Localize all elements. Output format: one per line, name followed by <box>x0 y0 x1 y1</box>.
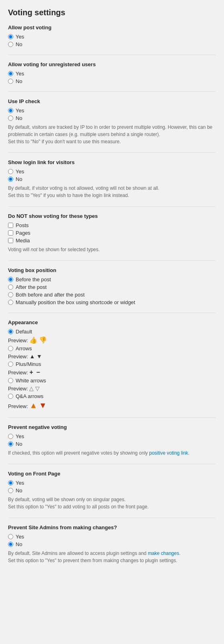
allow-post-voting-yes-label: Yes <box>16 34 24 40</box>
appearance-plus-minus-preview: Preview: + − <box>8 369 216 376</box>
voting-front-page-group: Yes No <box>8 480 216 494</box>
prevent-negative-desc-text2: . <box>188 450 190 456</box>
box-position-before[interactable]: Before the post <box>8 276 216 282</box>
prevent-negative-yes-label: Yes <box>16 433 24 439</box>
voting-front-page-description: By default, voting will be shown only on… <box>8 496 216 510</box>
do-not-show-section: Do NOT show voting for these types Posts… <box>8 213 216 253</box>
divider-2 <box>8 91 216 92</box>
show-login-link-label: Show login link for visitors <box>8 159 216 165</box>
prevent-site-admins-no[interactable]: No <box>8 541 216 547</box>
show-login-link-yes[interactable]: Yes <box>8 169 216 175</box>
voting-front-page-section: Voting on Front Page Yes No By default, … <box>8 471 216 510</box>
box-position-both[interactable]: Both before and after the post <box>8 292 216 298</box>
appearance-default[interactable]: Default <box>8 329 216 335</box>
prevent-site-admins-description: By default, Site Admins are allowed to a… <box>8 550 216 564</box>
ip-check-description: By default, visitors are tracked by IP t… <box>8 124 216 145</box>
appearance-default-label: Default <box>16 329 32 335</box>
ip-check-desc-text: By default, visitors are tracked by IP t… <box>8 124 212 137</box>
appearance-label: Appearance <box>8 319 216 325</box>
appearance-arrows[interactable]: Arrows <box>8 345 216 351</box>
divider-4 <box>8 206 216 207</box>
do-not-show-pages[interactable]: Pages <box>8 230 216 236</box>
not-text: not <box>31 247 38 252</box>
prevent-site-admins-desc-text: By default, Site Admins are allowed to a… <box>8 551 148 556</box>
be-shown-text: be shown for selected types. <box>37 247 99 252</box>
minus-icon: − <box>36 369 40 376</box>
prevent-site-admins-section: Prevent Site Admins from making changes?… <box>8 524 216 564</box>
prevent-negative-description: If checked, this option will prevent neg… <box>8 449 216 457</box>
allow-post-voting-no[interactable]: No <box>8 41 216 47</box>
allow-unregistered-no-label: No <box>16 78 22 84</box>
prevent-site-admins-yes[interactable]: Yes <box>8 534 216 540</box>
allow-post-voting-no-label: No <box>16 41 22 47</box>
allow-unregistered-no[interactable]: No <box>8 78 216 84</box>
ip-check-yes[interactable]: Yes <box>8 108 216 114</box>
allow-post-voting-label: Allow post voting <box>8 24 216 30</box>
box-position-manual[interactable]: Manually position the box using shortcod… <box>8 299 216 305</box>
box-position-after[interactable]: After the post <box>8 284 216 290</box>
voting-will-text: Voting will <box>8 247 31 252</box>
appearance-white-arrows-label: White arrows <box>16 378 46 384</box>
divider-5 <box>8 260 216 261</box>
prevent-negative-link: positive voting link <box>149 450 188 456</box>
appearance-plus-minus[interactable]: Plus/Minus <box>8 361 216 367</box>
do-not-show-media[interactable]: Media <box>8 238 216 244</box>
appearance-qa-arrows-label: Q&A arrows <box>16 393 43 399</box>
ip-check-no[interactable]: No <box>8 115 216 121</box>
preview-label-plus-minus: Preview: <box>8 370 29 376</box>
preview-label-qa-arrows: Preview: <box>8 403 29 409</box>
appearance-plus-minus-label: Plus/Minus <box>16 361 41 367</box>
appearance-arrows-label: Arrows <box>16 345 32 351</box>
appearance-white-arrows[interactable]: White arrows <box>8 378 216 384</box>
preview-label-arrows: Preview: <box>8 353 29 360</box>
voting-front-page-yes[interactable]: Yes <box>8 480 216 486</box>
appearance-qa-arrows-preview: Preview: ▲ ▼ <box>8 401 216 410</box>
do-not-show-posts-label: Posts <box>16 222 29 228</box>
prevent-site-admins-no-label: No <box>16 541 22 547</box>
do-not-show-posts[interactable]: Posts <box>8 222 216 228</box>
show-login-link-yes-label: Yes <box>16 169 24 175</box>
show-login-link-desc-text2: Set this to "Yes" if you wish to have th… <box>8 193 129 198</box>
allow-post-voting-yes[interactable]: Yes <box>8 34 216 40</box>
appearance-qa-arrows[interactable]: Q&A arrows <box>8 393 216 399</box>
divider-7 <box>8 417 216 418</box>
plus-icon: + <box>29 369 33 376</box>
do-not-show-label: Do NOT show voting for these types <box>8 213 216 219</box>
voting-front-page-no[interactable]: No <box>8 488 216 494</box>
appearance-arrows-preview: Preview: ▲ ▼ <box>8 353 216 360</box>
divider-6 <box>8 313 216 313</box>
allow-unregistered-yes[interactable]: Yes <box>8 71 216 77</box>
box-position-both-label: Both before and after the post <box>16 292 85 298</box>
ip-check-group: Yes No <box>8 108 216 121</box>
prevent-site-admins-label: Prevent Site Admins from making changes? <box>8 524 216 530</box>
do-not-show-pages-label: Pages <box>16 230 30 236</box>
do-not-show-description: Voting will not be shown for selected ty… <box>8 246 216 253</box>
divider-1 <box>8 55 216 55</box>
voting-front-page-label: Voting on Front Page <box>8 471 216 477</box>
do-not-show-group: Posts Pages Media <box>8 222 216 244</box>
divider-3 <box>8 152 216 153</box>
prevent-site-admins-desc-text2: . <box>179 551 180 556</box>
ip-check-desc-text2: Set this to "No" if you don't want to us… <box>8 139 121 144</box>
voting-front-page-desc-text2: Set this option to "Yes" to add voting t… <box>8 504 149 510</box>
white-arrow-up-icon: △ <box>29 385 34 392</box>
prevent-site-admins-group: Yes No <box>8 534 216 547</box>
prevent-negative-label: Prevent negative voting <box>8 424 216 430</box>
allow-unregistered-label: Allow voting for unregistered users <box>8 61 216 67</box>
box-position-section: Voting box position Before the post Afte… <box>8 267 216 305</box>
prevent-negative-no-label: No <box>16 441 22 447</box>
voting-front-page-no-label: No <box>16 488 22 494</box>
arrow-down-black-icon: ▼ <box>36 353 42 360</box>
box-position-manual-label: Manually position the box using shortcod… <box>16 299 135 305</box>
show-login-link-desc-text: By default, if visitor voting is not all… <box>8 185 159 191</box>
prevent-negative-no[interactable]: No <box>8 441 216 447</box>
appearance-section: Appearance Default Preview: 👍 👎 Arrows P… <box>8 319 216 410</box>
allow-post-voting-section: Allow post voting Yes No <box>8 24 216 47</box>
prevent-site-admins-yes-label: Yes <box>16 534 24 540</box>
voting-front-page-desc-text: By default, voting will be shown only on… <box>8 497 126 502</box>
prevent-negative-yes[interactable]: Yes <box>8 433 216 439</box>
show-login-link-no[interactable]: No <box>8 176 216 182</box>
box-position-label: Voting box position <box>8 267 216 273</box>
allow-post-voting-group: Yes No <box>8 34 216 47</box>
allow-unregistered-group: Yes No <box>8 71 216 84</box>
